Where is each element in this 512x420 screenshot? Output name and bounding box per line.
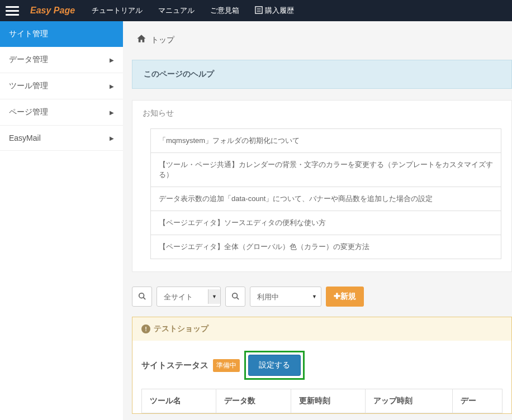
col-uploaded: アップ時刻 — [366, 389, 452, 413]
news-list: 「mqmsystem」フォルダの初期化について 【ツール・ページ共通】カレンダー… — [150, 128, 501, 259]
help-panel[interactable]: このページのヘルプ — [132, 60, 512, 89]
sidebar-item-label: ページ管理 — [9, 107, 48, 117]
chevron-right-icon: ▶ — [110, 83, 114, 89]
data-table: ツール名 データ数 更新時刻 アップ時刻 デー — [141, 389, 502, 413]
search-status-button[interactable] — [225, 287, 245, 307]
new-button-label: 新規 — [340, 292, 356, 300]
highlight-box: 設定する — [244, 351, 305, 380]
sidebar-item-data[interactable]: データ管理 ▶ — [0, 47, 123, 73]
news-item[interactable]: 「mqmsystem」フォルダの初期化について — [150, 128, 501, 152]
main-content: トップ このページのヘルプ お知らせ 「mqmsystem」フォルダの初期化につ… — [123, 21, 512, 420]
news-item[interactable]: データ表示数の追加「data-count」について、バナーや商品数を追加した場合… — [150, 187, 501, 211]
shop-card: ! テストショップ サイトステータス 準備中 設定する ツール名 データ数 — [132, 317, 512, 414]
svg-point-4 — [139, 293, 144, 298]
news-item[interactable]: 【ページエディタ】全体（グローバル）色（カラー）の変更方法 — [150, 235, 501, 259]
plus-icon: ✚ — [334, 292, 340, 300]
topnav-tutorial[interactable]: チュートリアル — [92, 6, 143, 16]
svg-line-7 — [237, 297, 239, 299]
shop-card-header: ! テストショップ — [132, 317, 511, 341]
col-data-count: データ数 — [216, 389, 291, 413]
list-icon — [255, 6, 263, 16]
sidebar-item-label: サイト管理 — [9, 29, 48, 39]
sidebar-item-tools[interactable]: ツール管理 ▶ — [0, 73, 123, 99]
news-panel: お知らせ 「mqmsystem」フォルダの初期化について 【ツール・ページ共通】… — [132, 100, 512, 272]
home-icon[interactable] — [136, 34, 146, 46]
status-row: サイトステータス 準備中 設定する — [141, 351, 502, 380]
news-item[interactable]: 【ページエディタ】ソースエディタの便利な使い方 — [150, 211, 501, 235]
status-select[interactable]: 利用中 — [250, 287, 321, 307]
search-icon — [138, 292, 146, 302]
topnav-history[interactable]: 購入履歴 — [255, 6, 294, 16]
chevron-right-icon: ▶ — [110, 135, 114, 141]
chevron-right-icon: ▶ — [110, 109, 114, 116]
brand-logo[interactable]: Easy Page — [30, 6, 75, 16]
warning-icon: ! — [141, 324, 150, 333]
news-panel-title: お知らせ — [143, 108, 501, 118]
hamburger-icon[interactable] — [6, 6, 19, 16]
new-button[interactable]: ✚新規 — [326, 287, 364, 307]
toolbar: 全サイト 利用中 ✚新規 — [132, 287, 512, 307]
news-item[interactable]: 【ツール・ページ共通】カレンダーの背景・文字のカラーを変更する（テンプレートをカ… — [150, 152, 501, 187]
site-select[interactable]: 全サイト — [157, 287, 221, 307]
chevron-right-icon: ▶ — [110, 57, 114, 63]
shop-title: テストショップ — [154, 324, 208, 334]
col-updated: 更新時刻 — [291, 389, 365, 413]
svg-point-6 — [233, 293, 238, 298]
sidebar-item-site[interactable]: サイト管理 — [0, 21, 123, 47]
sidebar-item-easymail[interactable]: EasyMail ▶ — [0, 126, 123, 151]
status-label: サイトステータス — [141, 360, 208, 371]
search-icon — [231, 292, 239, 302]
topnav-feedback[interactable]: ご意見箱 — [210, 6, 239, 16]
col-tool-name: ツール名 — [142, 389, 216, 413]
settings-button[interactable]: 設定する — [248, 355, 301, 376]
sidebar-item-label: ツール管理 — [9, 81, 48, 91]
table-header-row: ツール名 データ数 更新時刻 アップ時刻 デー — [142, 389, 502, 413]
sidebar-item-pages[interactable]: ページ管理 ▶ — [0, 99, 123, 126]
breadcrumb: トップ — [132, 30, 512, 50]
sidebar-item-label: データ管理 — [9, 55, 48, 65]
help-panel-title: このページのヘルプ — [144, 69, 214, 78]
topnav-history-label: 購入履歴 — [265, 6, 294, 16]
topbar: Easy Page チュートリアル マニュアル ご意見箱 購入履歴 — [0, 0, 512, 21]
sidebar: サイト管理 データ管理 ▶ ツール管理 ▶ ページ管理 ▶ EasyMail ▶ — [0, 21, 123, 420]
breadcrumb-label: トップ — [151, 35, 174, 45]
topnav-manual[interactable]: マニュアル — [158, 6, 195, 16]
status-badge: 準備中 — [213, 359, 240, 372]
col-extra: デー — [452, 389, 502, 413]
sidebar-item-label: EasyMail — [9, 133, 41, 142]
search-site-button[interactable] — [132, 287, 152, 307]
svg-line-5 — [144, 297, 146, 299]
